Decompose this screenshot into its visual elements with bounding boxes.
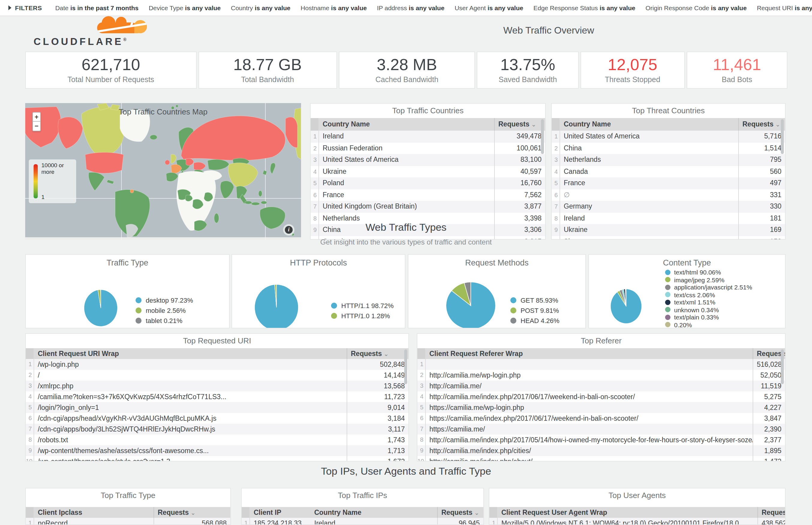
filters-expand-icon [9,5,11,10]
legend-item[interactable]: GET 85.93% [510,295,560,305]
card-title: Top User Agents [489,491,785,500]
cloudflare-wordmark: CLOUDFLARE® [33,36,127,47]
kpi-tile: 18.77 GBTotal Bandwidth [198,51,337,89]
column-header[interactable]: Requests⌄ [757,507,785,518]
table-cell: 1,514 [738,142,785,154]
table-row: 3/xmlrpc.php13,568 [26,380,409,391]
table-cell: 5,275 [753,391,785,402]
filter-item[interactable]: Edge Response Status is any value [533,4,635,11]
table-cell: 349,478 [494,131,545,142]
legend-item[interactable]: application/javascript 2.51% [665,284,752,291]
column-header[interactable]: Country Name [319,118,494,131]
column-header[interactable]: Requests⌄ [437,507,483,518]
legend-item[interactable]: HTTP/1.0 1.28% [331,311,394,321]
table-cell: 568,088 [153,518,230,525]
top-referer-table: Client Request Referer WrapRequests⌄1516… [417,348,785,462]
map-zoom-in-button[interactable]: + [32,112,41,122]
legend-label: HEAD 4.26% [520,317,560,324]
top-user-agents-table: Client Request User Agent WrapRequests⌄1… [489,507,785,525]
filter-item[interactable]: Device Type is any value [149,4,221,11]
filter-item[interactable]: Date is in the past 7 months [55,4,138,11]
legend-item[interactable]: HEAD 4.26% [510,315,560,326]
top-requested-uri-table: Client Request URI WrapRequests⌄1/wp-log… [26,348,409,462]
table-cell: Germany [560,201,738,212]
cloudflare-logo: CLOUDFLARE® [33,16,153,48]
table-row: 1185.234.218.33Ireland96,945 [242,518,483,525]
legend-item[interactable]: POST 9.81% [510,305,560,315]
scrollbar-thumb[interactable] [781,119,784,154]
column-header[interactable]: Requests⌄ [494,118,545,131]
table-cell: China [560,142,738,154]
legend-item[interactable]: image/jpeg 2.59% [665,276,752,284]
map-info-icon[interactable]: i [285,226,293,234]
table-cell: 4,227 [753,402,785,413]
legend-item[interactable]: text/plain 0.33% [665,313,752,321]
page-title: Web Traffic Overview [459,25,639,36]
legend-dot-icon [331,302,337,308]
column-header[interactable]: Country Name [311,507,437,518]
scrollbar-thumb[interactable] [404,349,407,384]
table-cell: /wp-content/themes/ashe/assets/css/font-… [34,445,346,456]
legend-label: application/javascript 2.51% [674,284,752,291]
legend-dot-icon [331,313,337,318]
map-zoom-out-button[interactable]: − [32,122,41,131]
table-cell: 185.234.218.33 [250,518,311,525]
column-header[interactable]: Client IP [250,507,311,518]
table-cell: /robots.txt [34,435,346,445]
table-row: 4http://camilia.me/index.php/2017/06/17/… [417,391,785,402]
column-header[interactable]: Country Name [560,118,738,131]
table-cell: 14,149 [346,370,409,380]
column-header[interactable]: Client Request Referer Wrap [426,348,753,359]
legend-item[interactable]: tablet 0.21% [135,315,193,326]
content-type-legend: text/html 90.06%image/jpeg 2.59%applicat… [665,269,752,328]
table-row: 7https://camilia.me/2,390 [417,424,785,435]
table-cell: France [319,189,494,201]
filter-item[interactable]: Request URI is any value [757,4,812,11]
chart-title: Request Methods [409,258,585,267]
filter-item[interactable]: Hostname is any value [301,4,367,11]
column-header[interactable]: Client Request URI Wrap [34,348,346,359]
traffic-type-card: Traffic Type desktop 97.23%mobile 2.56%t… [25,254,230,328]
legend-dot-icon [665,270,670,275]
column-header[interactable]: Requests⌄ [346,348,409,359]
legend-item[interactable]: text/css 2.06% [665,291,752,298]
table-row: 5France497 [552,177,785,189]
column-header[interactable]: Client Request User Agent Wrap [498,507,757,518]
column-header[interactable]: Client Ipclass [34,507,153,518]
filter-item[interactable]: Country is any value [231,4,290,11]
filter-item[interactable]: Origin Response Code is any value [646,4,747,11]
legend-label: 0.20% [674,321,692,328]
scrollbar-thumb[interactable] [541,119,544,154]
table-row: 10http://camilia.me/index.php/about/1,47… [417,456,785,462]
legend-item[interactable]: desktop 97.23% [135,295,193,305]
table-row: 4Canada560 [552,166,785,177]
filters-label: FILTERS [15,4,42,11]
table-cell: http://camilia.me/ [426,380,753,391]
traffic-map-card: Top Traffic Countries Map + − 10000 or m… [25,103,301,240]
scrollbar-thumb[interactable] [781,349,784,384]
table-cell: United States of America [319,154,494,166]
column-header[interactable]: Requests⌄ [738,118,785,131]
table-row: 1516,028 [417,359,785,370]
pie-slice[interactable] [626,289,626,306]
column-header[interactable]: Requests⌄ [153,507,230,518]
top-traffic-ips-card: Top Traffic IPs Client IPCountry NameReq… [241,488,484,525]
table-row: 1noRecord568,088 [26,518,230,525]
legend-item[interactable]: unknown 0.34% [665,306,752,313]
legend-item[interactable]: text/html 90.06% [665,269,752,276]
table-cell: /camilia.me?token=s3+7k6XQvKwzp5/4XSs4rh… [34,391,346,402]
legend-label: tablet 0.21% [146,317,182,324]
filters-toggle[interactable]: FILTERS [9,4,42,11]
legend-item[interactable]: HTTP/1.1 98.72% [331,300,394,311]
traffic-type-pie-chart [83,289,118,327]
filter-item[interactable]: IP address is any value [377,4,444,11]
legend-item[interactable]: text/xml 1.51% [665,298,752,306]
table-cell: 502,848 [346,359,409,370]
table-row: 9/wp-content/themes/ashe/assets/css/font… [26,445,409,456]
table-cell: 330 [738,201,785,212]
column-header[interactable]: Requests⌄ [753,348,785,359]
legend-item[interactable]: 0.20% [665,321,752,328]
filter-item[interactable]: User Agent is any value [455,4,523,11]
legend-item[interactable]: mobile 2.56% [135,305,193,315]
table-cell: 560 [738,166,785,177]
